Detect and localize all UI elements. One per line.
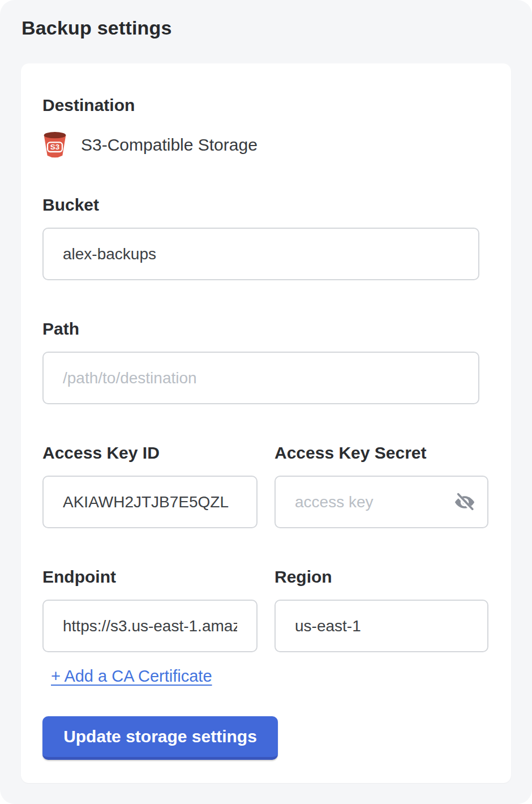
endpoint-region-row: Endpoint Region bbox=[42, 567, 490, 652]
destination-row: S3 S3-Compatible Storage bbox=[42, 131, 490, 159]
region-label: Region bbox=[274, 567, 488, 587]
access-key-id-label: Access Key ID bbox=[42, 443, 258, 463]
endpoint-group: Endpoint bbox=[42, 567, 258, 652]
access-key-secret-wrap bbox=[274, 476, 488, 528]
update-storage-settings-button[interactable]: Update storage settings bbox=[42, 716, 278, 760]
page-title: Backup settings bbox=[22, 17, 172, 39]
region-input[interactable] bbox=[274, 600, 488, 652]
access-key-id-input[interactable] bbox=[42, 476, 258, 528]
destination-value: S3-Compatible Storage bbox=[81, 135, 258, 155]
bucket-input[interactable] bbox=[42, 228, 479, 280]
path-label: Path bbox=[42, 319, 490, 339]
add-ca-certificate-link[interactable]: + Add a CA Certificate bbox=[51, 667, 212, 686]
endpoint-input[interactable] bbox=[42, 600, 258, 652]
bucket-field-group: Bucket bbox=[42, 195, 490, 280]
access-keys-row: Access Key ID Access Key Secret bbox=[42, 443, 490, 528]
svg-text:S3: S3 bbox=[50, 143, 59, 151]
backup-settings-card: Destination S3 S3-Compatible Storage Buc… bbox=[21, 63, 511, 783]
destination-label: Destination bbox=[42, 95, 490, 116]
backup-settings-page: Backup settings Destination S3 S3-Compat… bbox=[0, 0, 532, 804]
access-key-secret-label: Access Key Secret bbox=[274, 443, 488, 463]
access-key-secret-group: Access Key Secret bbox=[274, 443, 488, 528]
region-group: Region bbox=[274, 567, 488, 652]
toggle-secret-visibility-button[interactable] bbox=[452, 490, 477, 515]
bucket-label: Bucket bbox=[42, 195, 490, 215]
path-input[interactable] bbox=[42, 352, 479, 404]
path-field-group: Path bbox=[42, 319, 490, 404]
s3-bucket-icon: S3 bbox=[42, 131, 67, 159]
access-key-id-group: Access Key ID bbox=[42, 443, 258, 528]
eye-off-icon bbox=[453, 491, 476, 514]
endpoint-label: Endpoint bbox=[42, 567, 258, 587]
